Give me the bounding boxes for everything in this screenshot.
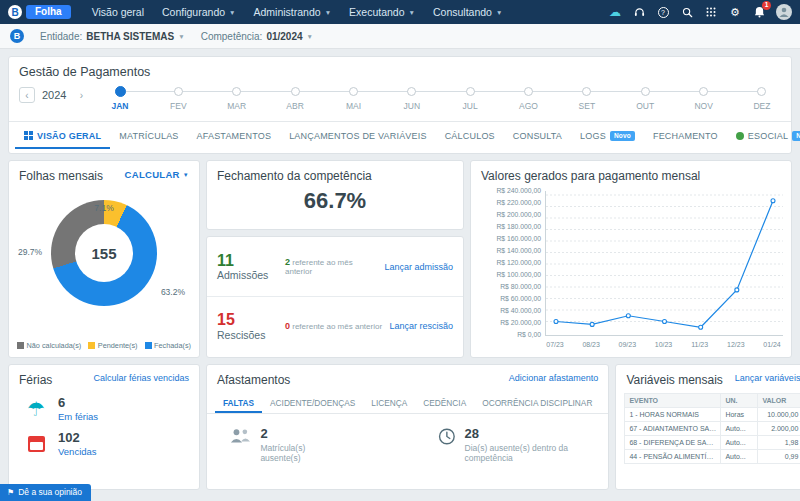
cell-unit: Horas	[721, 408, 758, 422]
on-vacation-link[interactable]: Em férias	[58, 411, 98, 422]
card-header: Férias Calcular férias vencidas	[9, 365, 199, 387]
monthly-variables-card: Variáveis mensais Lançar variáveis EVENT…	[615, 364, 800, 490]
tab-lancamentos-variaveis[interactable]: LANÇAMENTOS DE VARIÁVEIS	[280, 122, 436, 149]
month-item-jan[interactable]: JAN	[107, 86, 133, 111]
absence-tab-acidente-doencas[interactable]: ACIDENTE/DOENÇAS	[262, 393, 363, 413]
absence-tab-cedencia[interactable]: CEDÊNCIA	[415, 393, 474, 413]
absent-caption: Matrícula(s) ausente(s)	[260, 443, 341, 463]
data-point	[626, 314, 630, 318]
calc-overdue-vacations-link[interactable]: Calcular férias vencidas	[93, 373, 189, 383]
month-item-dez[interactable]: DEZ	[749, 86, 775, 111]
card-title: Variáveis mensais	[626, 373, 722, 387]
month-item-fev[interactable]: FEV	[165, 86, 191, 111]
month-dot	[699, 87, 708, 96]
x-tick-label: 11/23	[691, 341, 708, 348]
feedback-button[interactable]: ⚑ Dê a sua opinião	[0, 484, 91, 501]
tab-visao-geral[interactable]: VISÃO GERAL	[15, 122, 110, 149]
user-avatar[interactable]	[776, 4, 792, 20]
navbar-actions: ☁ ? ⚙ 1	[608, 4, 792, 20]
monthly-sheets-card: Folhas mensais CALCULAR▼ 155 7.1% 29.7% …	[8, 160, 200, 358]
context-bar: B Entidade: BETHA SISTEMAS ▼ Competência…	[0, 24, 800, 49]
nav-item-executando[interactable]: Executando▼	[340, 0, 424, 24]
brand-logo[interactable]: B Folha	[8, 5, 71, 19]
table-row[interactable]: 67 - ADIANTAMENTO SALÁ... Auto... 2.000,…	[625, 422, 800, 436]
month-label: AGO	[519, 101, 538, 111]
tab-fechamento[interactable]: FECHAMENTO	[644, 122, 727, 149]
month-item-out[interactable]: OUT	[632, 86, 658, 111]
main-tabs: VISÃO GERAL MATRÍCULAS AFASTAMENTOS LANÇ…	[9, 121, 791, 149]
absence-tab-faltas[interactable]: FALTAS	[215, 393, 262, 413]
nav-item-configurando[interactable]: Configurando▼	[153, 0, 244, 24]
legend-swatch	[17, 342, 24, 349]
tab-afastamentos[interactable]: AFASTAMENTOS	[188, 122, 281, 149]
absence-tab-licenca[interactable]: LICENÇA	[363, 393, 415, 413]
y-tick-label: R$ 80.000,00	[500, 284, 541, 291]
overdue-block: 102 Vencidas	[58, 431, 97, 457]
month-label: SET	[579, 101, 596, 111]
month-item-jun[interactable]: JUN	[399, 86, 425, 111]
nav-item-administrando[interactable]: Administrando▼	[245, 0, 341, 24]
tab-consulta[interactable]: CONSULTA	[504, 122, 571, 149]
next-year-button[interactable]: ›	[73, 87, 89, 103]
table-row[interactable]: 68 - DIFERENÇA DE SALÁRIO Auto... 1,98	[625, 436, 800, 450]
absence-tab-ocorrencia-disciplinar[interactable]: OCORRÊNCIA DISCIPLINAR	[474, 393, 600, 413]
chevron-down-icon: ▼	[325, 9, 331, 16]
help-icon[interactable]: ?	[656, 4, 670, 20]
entity-label: Entidade:	[40, 31, 82, 42]
month-item-abr[interactable]: ABR	[282, 86, 308, 111]
launch-variables-link[interactable]: Lançar variáveis	[735, 373, 800, 383]
calculate-button[interactable]: CALCULAR▼	[125, 169, 189, 180]
competence-closing-card: Fechamento da competência 66.7%	[206, 160, 464, 230]
entity-logo-icon: B	[10, 29, 24, 43]
data-point	[771, 199, 775, 203]
flag-icon: ⚑	[7, 488, 14, 497]
month-item-jul[interactable]: JUL	[457, 86, 483, 111]
notifications-bell-icon[interactable]: 1	[752, 4, 766, 20]
donut-total: 155	[75, 224, 133, 282]
month-item-ago[interactable]: AGO	[516, 86, 542, 111]
cloud-sync-icon[interactable]: ☁	[608, 4, 622, 20]
data-point	[663, 320, 667, 324]
y-tick-label: R$ 0,00	[517, 332, 541, 339]
table-row[interactable]: 44 - PENSÃO ALIMENTÍCIA Auto... 0,99	[625, 450, 800, 464]
add-absence-link[interactable]: Adicionar afastamento	[509, 373, 599, 383]
month-item-mai[interactable]: MAI	[340, 86, 366, 111]
terminations-block: 15 Rescisões	[217, 311, 285, 341]
month-dot	[291, 87, 300, 96]
cell-event: 68 - DIFERENÇA DE SALÁRIO	[625, 436, 721, 450]
payments-line-plot[interactable]	[545, 191, 783, 336]
competence-selector[interactable]: Competência: 01/2024 ▼	[201, 31, 313, 42]
clock-icon	[438, 427, 456, 446]
apps-grid-icon[interactable]	[704, 4, 718, 20]
month-item-set[interactable]: SET	[574, 86, 600, 111]
tab-label: LANÇAMENTOS DE VARIÁVEIS	[289, 131, 427, 141]
nav-item-consultando[interactable]: Consultando▼	[424, 0, 511, 24]
nav-item-visao-geral[interactable]: Visão geral	[83, 0, 153, 24]
legend-item-fechadas: Fechada(s)	[145, 341, 191, 350]
tab-matriculas[interactable]: MATRÍCULAS	[110, 122, 187, 149]
tab-logs[interactable]: LOGSNovo	[571, 122, 644, 149]
admissions-prev-count: 2	[285, 257, 290, 267]
month-dot	[174, 87, 183, 96]
card-header: Afastamentos Adicionar afastamento	[207, 365, 608, 387]
add-admission-link[interactable]: Lançar admissão	[384, 262, 453, 272]
support-headset-icon[interactable]	[632, 4, 646, 20]
month-label: JUN	[404, 101, 421, 111]
month-item-nov[interactable]: NOV	[691, 86, 717, 111]
absent-days-count: 28	[465, 427, 609, 441]
competence-label: Competência:	[201, 31, 263, 42]
calendar-icon	[25, 436, 47, 452]
add-termination-link[interactable]: Lançar rescisão	[389, 321, 453, 331]
tab-label: FECHAMENTO	[653, 131, 718, 141]
legend-item-pendentes: Pendente(s)	[88, 341, 137, 350]
search-icon[interactable]	[680, 4, 694, 20]
previous-year-button[interactable]: ‹	[19, 87, 35, 103]
tab-esocial[interactable]: ESOCIALNovo	[727, 122, 800, 149]
table-row[interactable]: 1 - HORAS NORMAIS Horas 10.000,00	[625, 408, 800, 422]
month-item-mar[interactable]: MAR	[224, 86, 250, 111]
entity-selector[interactable]: Entidade: BETHA SISTEMAS ▼	[40, 31, 185, 42]
overdue-link[interactable]: Vencidas	[58, 446, 97, 457]
line-chart-area: R$ 0,00R$ 20.000,00R$ 40.000,00R$ 60.000…	[477, 188, 787, 352]
settings-gear-icon[interactable]: ⚙	[728, 4, 742, 20]
tab-calculos[interactable]: CÁLCULOS	[436, 122, 504, 149]
